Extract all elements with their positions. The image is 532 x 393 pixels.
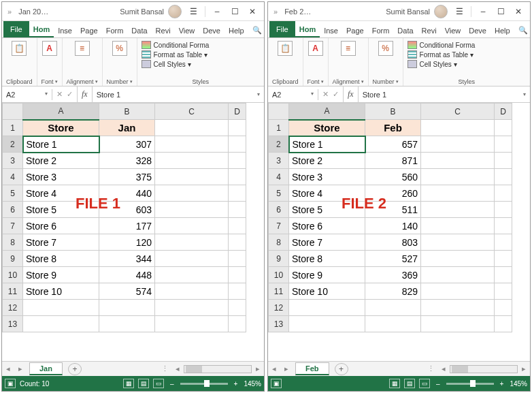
font-icon[interactable]: A [42,41,57,56]
cell-b6[interactable]: 603 [99,202,155,218]
cell-b11[interactable]: 829 [365,283,421,300]
cell-b12[interactable] [99,300,155,316]
hscroll-right[interactable]: ▸ [518,364,530,373]
row-header-9[interactable]: 9 [269,251,289,267]
ribbon-tab-deve[interactable]: Deve [199,24,225,37]
cell-c3[interactable] [155,153,229,169]
ribbon-tab-view[interactable]: View [175,24,199,37]
view-normal-icon[interactable]: ▦ [123,379,134,388]
cell-d2[interactable] [229,136,246,153]
cell-c3[interactable] [421,153,495,169]
cell-a7[interactable]: Store 6 [289,218,365,234]
row-header-3[interactable]: 3 [269,153,289,169]
row-header-7[interactable]: 7 [269,218,289,234]
zoom-slider[interactable] [446,383,494,385]
row-header-12[interactable]: 12 [3,300,23,316]
ribbon-tab-page[interactable]: Page [342,24,368,37]
ribbon-tab-data[interactable]: Data [127,24,151,37]
zoom-out-button[interactable]: – [168,380,176,388]
ribbon-tab-deve[interactable]: Deve [465,24,491,37]
cell-a3[interactable]: Store 2 [23,153,99,169]
sheet-nav-prev[interactable]: ◂ [268,364,280,373]
ribbon-display-icon[interactable]: ☰ [184,4,202,19]
row-header-12[interactable]: 12 [269,300,289,316]
cell-a8[interactable]: Store 7 [23,234,99,251]
paste-icon[interactable]: 📋 [12,41,27,56]
cell-a4[interactable]: Store 3 [23,169,99,185]
cell-d2[interactable] [495,136,512,153]
column-header-B[interactable]: B [365,104,421,120]
cell-c2[interactable] [421,136,495,153]
row-header-1[interactable]: 1 [269,120,289,136]
cell-c5[interactable] [155,185,229,202]
format-as-table-button[interactable]: Format as Table ▾ [142,50,260,59]
cell-d12[interactable] [495,300,512,316]
cell-c9[interactable] [421,251,495,267]
zoom-in-button[interactable]: + [232,380,240,388]
minimize-button[interactable]: – [474,4,492,19]
header-store[interactable]: Store [23,120,99,136]
cell-b2[interactable]: 657 [365,136,421,153]
close-button[interactable]: ✕ [244,4,261,19]
cell-d8[interactable] [229,234,246,251]
cell-a13[interactable] [289,316,365,332]
row-header-5[interactable]: 5 [3,185,23,202]
view-break-icon[interactable]: ▭ [419,379,430,388]
row-header-11[interactable]: 11 [269,283,289,300]
cell-c13[interactable] [155,316,229,332]
cell-c6[interactable] [421,202,495,218]
font-icon[interactable]: A [308,41,323,56]
column-header-C[interactable]: C [421,104,495,120]
row-header-9[interactable]: 9 [3,251,23,267]
cell-d8[interactable] [495,234,512,251]
cell-c2[interactable] [155,136,229,153]
name-box[interactable]: A2▾ [268,89,318,100]
cell-b6[interactable]: 511 [365,202,421,218]
ribbon-tab-revi[interactable]: Revi [418,24,441,37]
cell-a11[interactable]: Store 10 [23,283,99,300]
cell-a10[interactable]: Store 9 [23,267,99,283]
formula-expand-icon[interactable]: ▾ [253,91,264,97]
cell-d10[interactable] [495,267,512,283]
tab-split-icon[interactable]: ⋮ [159,364,171,373]
row-header-8[interactable]: 8 [3,234,23,251]
formula-bar[interactable]: Store 1 [93,89,253,100]
row-header-4[interactable]: 4 [269,169,289,185]
cell-d5[interactable] [495,185,512,202]
cell-c10[interactable] [155,267,229,283]
cell-d1[interactable] [495,120,512,136]
ribbon-tab-form[interactable]: Form [368,24,394,37]
cell-c8[interactable] [421,234,495,251]
ribbon-tab-help[interactable]: Help [225,24,248,37]
select-all-corner[interactable] [3,104,23,120]
ribbon-tab-view[interactable]: View [441,24,465,37]
cell-d5[interactable] [229,185,246,202]
cell-a2[interactable]: Store 1 [23,136,99,153]
conditional-formatting-button[interactable]: Conditional Forma [142,41,260,49]
cell-b8[interactable]: 120 [99,234,155,251]
cell-b10[interactable]: 369 [365,267,421,283]
format-as-table-button[interactable]: Format as Table ▾ [408,50,526,59]
column-header-B[interactable]: B [99,104,155,120]
ribbon-tab-page[interactable]: Page [76,24,102,37]
name-box[interactable]: A2▾ [2,89,52,100]
sheet-tab[interactable]: Jan [29,362,63,375]
row-header-4[interactable]: 4 [3,169,23,185]
zoom-in-button[interactable]: + [498,380,506,388]
cell-d12[interactable] [229,300,246,316]
quick-nav-icon[interactable]: » [7,7,12,16]
cell-d7[interactable] [495,218,512,234]
cell-c7[interactable] [421,218,495,234]
cell-a11[interactable]: Store 10 [289,283,365,300]
avatar[interactable] [434,5,448,18]
select-all-corner[interactable] [269,104,289,120]
cell-b3[interactable]: 328 [99,153,155,169]
view-page-icon[interactable]: ▤ [404,379,415,388]
row-header-10[interactable]: 10 [269,267,289,283]
cell-b11[interactable]: 574 [99,283,155,300]
cell-a2[interactable]: Store 1 [289,136,365,153]
zoom-out-button[interactable]: – [434,380,442,388]
cell-d3[interactable] [229,153,246,169]
cell-c11[interactable] [155,283,229,300]
cell-a7[interactable]: Store 6 [23,218,99,234]
